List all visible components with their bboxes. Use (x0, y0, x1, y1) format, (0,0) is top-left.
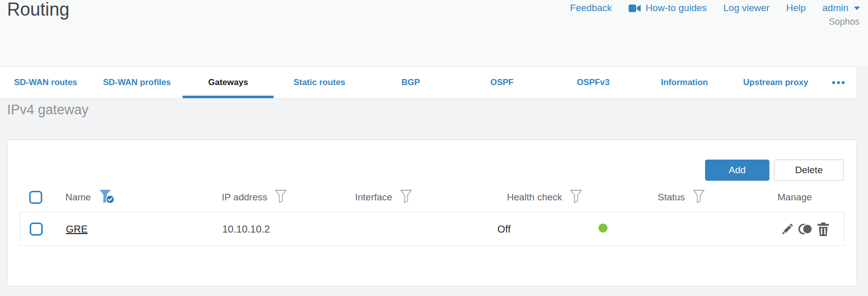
header-nav: Feedback How-to guides Log viewer Help a… (570, 3, 860, 14)
gateway-health-check: Off (497, 224, 658, 235)
status-up-indicator (598, 224, 607, 233)
help-link[interactable]: Help (786, 3, 806, 14)
caret-down-icon (854, 7, 860, 10)
filter-icon[interactable] (570, 189, 582, 206)
add-button[interactable]: Add (705, 160, 769, 181)
manage-cell (778, 223, 845, 236)
section-heading: IPv4 gateway (7, 102, 89, 118)
user-menu-label: admin (822, 3, 848, 14)
column-header-health-check: Health check (507, 192, 562, 203)
table-header-row: Name IP address Interface Health check (20, 183, 844, 212)
column-header-interface: Interface (355, 192, 392, 203)
tab-gateways[interactable]: Gateways (183, 66, 274, 98)
filter-icon[interactable] (692, 189, 705, 206)
brand-label: Sophos (829, 17, 859, 27)
tab-bar: SD-WAN routes SD-WAN profiles Gateways S… (0, 66, 857, 99)
column-header-manage: Manage (777, 192, 812, 203)
row-checkbox[interactable] (30, 223, 43, 236)
gateway-panel: Add Delete Name IP address Interface (7, 139, 857, 286)
video-camera-icon (629, 4, 641, 13)
feedback-link[interactable]: Feedback (570, 3, 612, 14)
tab-bgp[interactable]: BGP (365, 66, 456, 98)
howto-guides-label: How-to guides (646, 3, 707, 14)
column-header-ip-address: IP address (222, 192, 267, 203)
gateway-ip-address: 10.10.10.2 (222, 224, 356, 235)
gateway-name-link[interactable]: GRE (66, 224, 88, 235)
column-header-name: Name (65, 192, 91, 203)
log-viewer-label: Log viewer (723, 3, 769, 14)
page-title: Routing (7, 0, 69, 20)
table-row: GRE 10.10.10.2 Off (20, 212, 844, 246)
page-header: Routing Feedback How-to guides Log viewe… (0, 0, 868, 66)
tab-sdwan-routes[interactable]: SD-WAN routes (0, 66, 91, 98)
filter-icon[interactable] (400, 189, 412, 206)
tab-ospfv3[interactable]: OSPFv3 (548, 66, 639, 98)
filter-icon[interactable] (275, 189, 287, 206)
tab-upstream-proxy[interactable]: Upstream proxy (730, 66, 821, 98)
clone-icon[interactable] (798, 223, 813, 235)
delete-button[interactable]: Delete (774, 160, 844, 181)
delete-icon[interactable] (817, 223, 829, 236)
tab-static-routes[interactable]: Static routes (274, 66, 365, 98)
tab-ospf[interactable]: OSPF (456, 66, 547, 98)
help-label: Help (786, 3, 806, 14)
select-all-checkbox[interactable] (29, 191, 42, 204)
tab-sdwan-profiles[interactable]: SD-WAN profiles (91, 66, 182, 98)
edit-icon[interactable] (780, 223, 794, 236)
tab-information[interactable]: Information (639, 66, 730, 98)
howto-guides-link[interactable]: How-to guides (629, 3, 707, 14)
log-viewer-link[interactable]: Log viewer (723, 3, 769, 14)
tab-overflow-menu[interactable]: ••• (821, 66, 856, 98)
feedback-link-label: Feedback (570, 3, 612, 14)
column-header-status: Status (658, 192, 685, 203)
filter-active-icon[interactable] (99, 189, 116, 206)
user-menu[interactable]: admin (822, 3, 860, 14)
